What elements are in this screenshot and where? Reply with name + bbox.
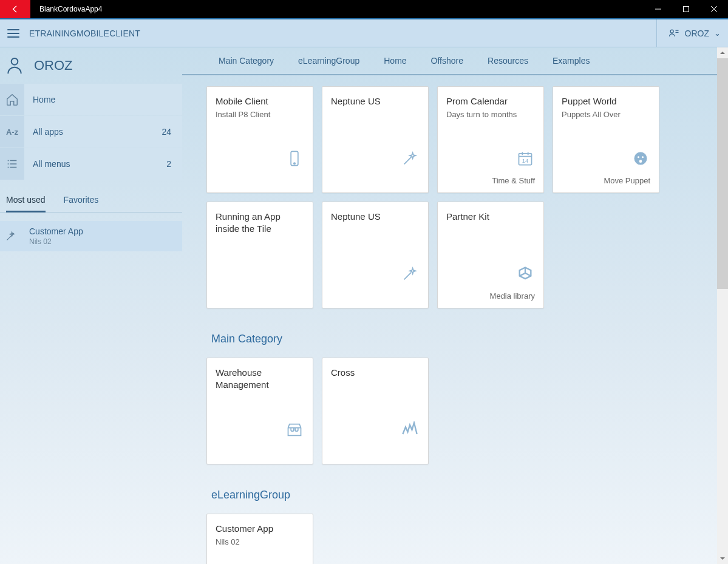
window-controls xyxy=(644,0,728,18)
list-icon xyxy=(0,148,24,180)
maximize-button[interactable] xyxy=(672,0,700,18)
arrow-left-icon xyxy=(10,4,20,14)
chevron-down-icon: ⌄ xyxy=(714,29,721,38)
close-window-button[interactable] xyxy=(700,0,728,18)
sidebar-item-label: All menus xyxy=(33,159,70,169)
puppet-icon xyxy=(632,150,649,169)
category-tabs: Main Category eLearningGroup Home Offsho… xyxy=(182,47,728,75)
tile-prom-calendar[interactable]: Prom Calendar Days turn to months 14 Tim… xyxy=(437,86,544,193)
tile-partner-kit[interactable]: Partner Kit Media library xyxy=(437,202,544,308)
svg-point-2 xyxy=(12,58,18,65)
sidebar-item-title: Customer App xyxy=(29,226,83,236)
wand-icon xyxy=(401,150,418,169)
sidebar-tab-favorites[interactable]: Favorites xyxy=(64,195,99,212)
tile-subtitle: Nils 02 xyxy=(216,537,304,546)
tab-examples[interactable]: Examples xyxy=(553,56,590,66)
sidebar-item-count: 24 xyxy=(162,127,171,137)
tile-cross[interactable]: Cross xyxy=(322,358,429,464)
svg-point-8 xyxy=(638,156,639,158)
svg-rect-0 xyxy=(684,7,689,12)
wave-icon xyxy=(401,421,418,441)
tab-home[interactable]: Home xyxy=(384,56,406,66)
scroll-down-button[interactable] xyxy=(717,553,728,564)
tile-title: Running an App inside the Tile xyxy=(216,211,304,236)
cube-icon xyxy=(517,265,534,285)
content-scroll[interactable]: Mobile Client Install P8 Client Neptune … xyxy=(182,75,728,564)
tile-title: Cross xyxy=(331,367,420,379)
back-button[interactable] xyxy=(0,0,30,18)
wand-icon xyxy=(0,221,24,251)
tile-group-top: Mobile Client Install P8 Client Neptune … xyxy=(206,86,728,193)
tab-offshore[interactable]: Offshore xyxy=(431,56,463,66)
tile-subtitle: Install P8 Client xyxy=(216,110,304,119)
window-titlebar: BlankCordovaApp4 xyxy=(0,0,728,18)
sidebar-item-label: All apps xyxy=(33,127,63,137)
calendar-icon: 14 xyxy=(517,150,534,169)
tile-title: Warehouse Management xyxy=(216,367,304,392)
menu-toggle-button[interactable] xyxy=(5,25,22,42)
tile-title: Partner Kit xyxy=(446,211,535,223)
home-icon xyxy=(0,84,24,115)
tab-elearninggroup[interactable]: eLearningGroup xyxy=(298,56,359,66)
user-card-icon xyxy=(668,27,680,39)
sidebar-item-count: 2 xyxy=(166,159,171,169)
app-header: ETRAININGMOBILECLIENT OROZ ⌄ xyxy=(0,19,728,47)
tile-neptune-us-2[interactable]: Neptune US xyxy=(322,202,429,308)
scrollbar[interactable] xyxy=(717,47,728,564)
svg-point-10 xyxy=(639,160,642,163)
app-container: ETRAININGMOBILECLIENT OROZ ⌄ OROZ xyxy=(0,18,728,564)
tile-footer: Media library xyxy=(490,291,535,301)
section-title-elearninggroup: eLearningGroup xyxy=(211,489,728,501)
window-title: BlankCordovaApp4 xyxy=(30,5,102,13)
tile-neptune-us[interactable]: Neptune US xyxy=(322,86,429,193)
tile-footer: Move Puppet xyxy=(604,176,650,185)
tab-resources[interactable]: Resources xyxy=(488,56,528,66)
scroll-thumb[interactable] xyxy=(717,58,728,289)
tile-title: Neptune US xyxy=(331,211,420,223)
svg-point-4 xyxy=(294,163,295,164)
user-name: OROZ xyxy=(685,29,709,38)
tile-warehouse-management[interactable]: Warehouse Management xyxy=(206,358,313,464)
tile-mobile-client[interactable]: Mobile Client Install P8 Client xyxy=(206,86,313,193)
tab-main-category[interactable]: Main Category xyxy=(219,56,274,66)
tile-running-app[interactable]: Running an App inside the Tile xyxy=(206,202,313,308)
titlebar-left: BlankCordovaApp4 xyxy=(0,0,102,18)
store-icon xyxy=(286,421,303,441)
sidebar-item-subtitle: Nils 02 xyxy=(29,237,83,246)
app-body: OROZ Home A-z All apps 24 xyxy=(0,47,728,564)
sidebar-tab-most-used[interactable]: Most used xyxy=(6,195,46,212)
minimize-button[interactable] xyxy=(644,0,672,18)
svg-point-7 xyxy=(634,152,647,165)
tile-title: Mobile Client xyxy=(216,95,304,107)
az-icon: A-z xyxy=(0,116,24,148)
sidebar-item-all-apps[interactable]: A-z All apps 24 xyxy=(0,116,182,148)
svg-text:14: 14 xyxy=(522,158,528,164)
tile-customer-app[interactable]: Customer App Nils 02 xyxy=(206,514,313,564)
sidebar-tabs: Most used Favorites xyxy=(0,180,182,212)
tile-group-top-2: Running an App inside the Tile Neptune U… xyxy=(206,202,728,308)
section-title-main-category: Main Category xyxy=(211,333,728,345)
scroll-up-button[interactable] xyxy=(717,47,728,58)
tile-title: Puppet World xyxy=(562,95,650,107)
tile-footer: Time & Stuff xyxy=(492,176,535,185)
tile-group-elearninggroup: Customer App Nils 02 xyxy=(206,514,728,564)
tile-puppet-world[interactable]: Puppet World Puppets All Over Move Puppe… xyxy=(553,86,659,193)
phone-icon xyxy=(286,150,303,169)
tile-group-main-category: Warehouse Management Cross xyxy=(206,358,728,464)
sidebar-item-home[interactable]: Home xyxy=(0,84,182,115)
app-header-left: ETRAININGMOBILECLIENT xyxy=(5,25,140,42)
svg-point-1 xyxy=(670,30,673,33)
main-area: Main Category eLearningGroup Home Offsho… xyxy=(182,47,728,564)
profile-name: OROZ xyxy=(34,58,73,73)
sidebar: OROZ Home A-z All apps 24 xyxy=(0,47,182,564)
sidebar-item-all-menus[interactable]: All menus 2 xyxy=(0,148,182,180)
person-icon xyxy=(5,56,24,75)
app-title: ETRAININGMOBILECLIENT xyxy=(29,29,140,38)
user-menu-button[interactable]: OROZ ⌄ xyxy=(656,19,721,47)
tile-title: Neptune US xyxy=(331,95,420,107)
sidebar-item-label: Home xyxy=(33,95,55,104)
profile-block: OROZ xyxy=(0,47,182,84)
tile-subtitle: Puppets All Over xyxy=(562,110,650,119)
tile-subtitle: Days turn to months xyxy=(446,110,535,119)
sidebar-most-used-item[interactable]: Customer App Nils 02 xyxy=(0,221,182,251)
